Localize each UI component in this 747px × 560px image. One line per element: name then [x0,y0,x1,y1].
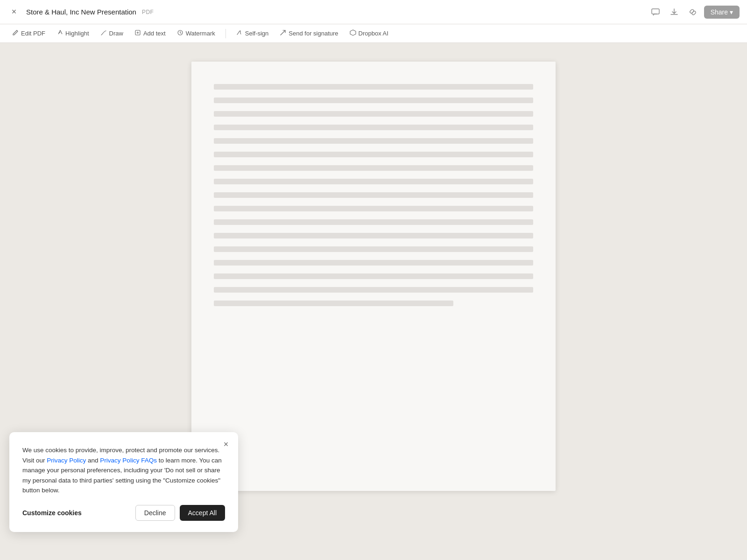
download-button[interactable] [667,5,682,20]
accept-all-button[interactable]: Accept All [180,505,225,521]
svg-marker-4 [350,30,356,35]
privacy-faq-link[interactable]: Privacy Policy FAQs [100,457,157,464]
highlight-label: Highlight [65,30,89,37]
text-line [214,246,533,252]
highlight-icon [56,29,63,37]
text-line [214,206,533,211]
draw-tool[interactable]: Draw [96,27,128,40]
self-sign-label: Self-sign [245,30,269,37]
text-line [214,233,533,238]
draw-label: Draw [109,30,123,37]
draw-icon [100,29,107,37]
self-sign-icon [236,29,243,37]
add-text-icon [134,29,141,37]
dropbox-ai-label: Dropbox AI [359,30,388,37]
add-text-tool[interactable]: Add text [130,27,170,40]
decline-button[interactable]: Decline [135,505,175,521]
privacy-policy-link[interactable]: Privacy Policy [47,457,86,464]
cookie-and: and [88,457,100,464]
self-sign-tool[interactable]: Self-sign [232,27,274,40]
text-line [214,260,533,266]
text-line [214,179,533,184]
share-button[interactable]: Share ▾ [704,6,740,19]
add-text-label: Add text [143,30,166,37]
document-type: PDF [142,9,154,15]
cookie-close-button[interactable]: × [220,439,232,450]
text-line [214,165,533,171]
text-line [214,125,533,130]
send-signature-icon [280,29,286,37]
text-line [214,192,533,198]
watermark-icon [177,29,183,37]
text-line [214,152,533,157]
customize-cookies-button[interactable]: Customize cookies [22,509,82,517]
pdf-page [191,62,556,491]
watermark-tool[interactable]: Watermark [172,27,220,40]
watermark-label: Watermark [186,30,215,37]
link-button[interactable] [685,5,700,20]
edit-pdf-icon [12,29,19,37]
edit-pdf-label: Edit PDF [21,30,45,37]
svg-point-1 [59,32,60,33]
text-line [214,301,453,306]
edit-pdf-tool[interactable]: Edit PDF [7,27,50,40]
dropbox-ai-icon [350,29,356,37]
topbar-left: × Store & Haul, Inc New Presentation PDF [7,6,154,19]
svg-rect-0 [652,9,659,14]
text-line [214,287,533,293]
text-line [214,98,533,103]
toolbar: Edit PDF Highlight Draw Add text Waterma… [0,24,747,43]
send-signature-label: Send for signature [289,30,338,37]
comment-button[interactable] [648,5,663,20]
send-signature-tool[interactable]: Send for signature [275,27,343,40]
text-line [214,273,533,279]
text-line [214,84,533,90]
close-button[interactable]: × [7,6,21,19]
highlight-tool[interactable]: Highlight [52,27,94,40]
text-line [214,138,533,144]
toolbar-separator [226,29,226,38]
text-line [214,219,533,225]
document-title: Store & Haul, Inc New Presentation [26,8,136,16]
dropbox-ai-tool[interactable]: Dropbox AI [345,27,393,40]
topbar-right: Share ▾ [648,5,740,20]
text-line [214,111,533,117]
cookie-banner: × We use cookies to provide, improve, pr… [9,432,238,532]
cookie-actions: Customize cookies Decline Accept All [22,505,225,521]
topbar: × Store & Haul, Inc New Presentation PDF… [0,0,747,24]
cookie-buttons: Decline Accept All [135,505,225,521]
cookie-text: We use cookies to provide, improve, prot… [22,445,225,496]
